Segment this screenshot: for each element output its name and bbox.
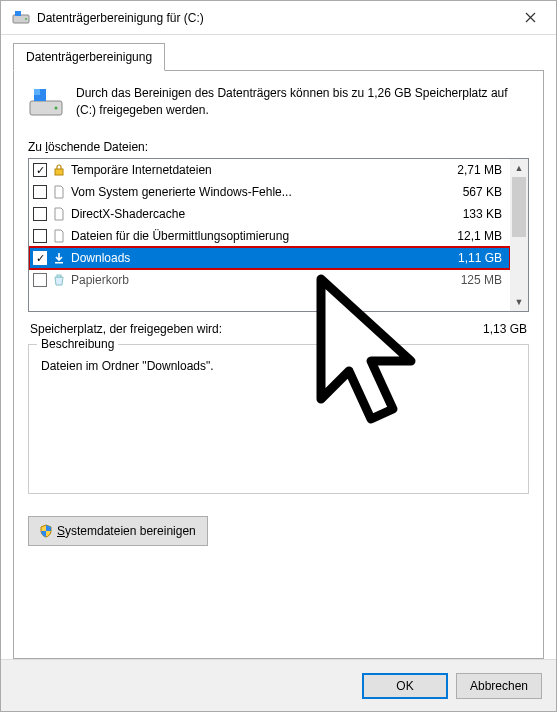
info-row: Durch das Bereinigen des Datenträgers kö… bbox=[28, 85, 529, 124]
svg-rect-5 bbox=[34, 89, 40, 95]
scroll-thumb[interactable] bbox=[512, 177, 526, 237]
list-item-label: Papierkorb bbox=[71, 273, 440, 287]
list-item-size: 2,71 MB bbox=[440, 163, 508, 177]
freed-space-row: Speicherplatz, der freigegeben wird: 1,1… bbox=[30, 322, 527, 336]
scroll-down-button[interactable]: ▼ bbox=[510, 293, 528, 311]
svg-rect-9 bbox=[57, 275, 61, 277]
file-list[interactable]: ✓ Temporäre Internetdateien 2,71 MB Vom … bbox=[28, 158, 529, 312]
description-group: Beschreibung Dateien im Ordner "Download… bbox=[28, 344, 529, 494]
ok-button[interactable]: OK bbox=[362, 673, 448, 699]
dialog-footer: OK Abbrechen bbox=[1, 659, 556, 711]
scroll-track[interactable] bbox=[510, 237, 528, 293]
file-icon bbox=[51, 184, 67, 200]
disk-cleanup-dialog: Datenträgerbereinigung für (C:) Datenträ… bbox=[0, 0, 557, 712]
list-item-label: Temporäre Internetdateien bbox=[71, 163, 440, 177]
close-button[interactable] bbox=[508, 3, 552, 33]
recycle-bin-icon bbox=[51, 272, 67, 288]
svg-rect-7 bbox=[55, 169, 63, 175]
list-item-size: 12,1 MB bbox=[440, 229, 508, 243]
shield-icon bbox=[39, 524, 53, 538]
sysfiles-row: Systemdateien bereinigen bbox=[28, 516, 529, 546]
list-item[interactable]: ✓ Temporäre Internetdateien 2,71 MB bbox=[29, 159, 510, 181]
tab-strip: Datenträgerbereinigung bbox=[13, 43, 544, 71]
file-icon bbox=[51, 228, 67, 244]
checkbox[interactable]: ✓ bbox=[33, 163, 47, 177]
cancel-button[interactable]: Abbrechen bbox=[456, 673, 542, 699]
checkbox[interactable]: ✓ bbox=[33, 251, 47, 265]
list-item[interactable]: DirectX-Shadercache 133 KB bbox=[29, 203, 510, 225]
scrollbar[interactable]: ▲ ▼ bbox=[510, 159, 528, 311]
list-item-size: 1,11 GB bbox=[440, 251, 508, 265]
tab-disk-cleanup[interactable]: Datenträgerbereinigung bbox=[13, 43, 165, 71]
clean-system-files-button[interactable]: Systemdateien bereinigen bbox=[28, 516, 208, 546]
freed-space-value: 1,13 GB bbox=[483, 322, 527, 336]
list-item-label: Vom System generierte Windows-Fehle... bbox=[71, 185, 440, 199]
svg-point-2 bbox=[25, 18, 27, 20]
svg-rect-1 bbox=[15, 11, 21, 16]
svg-point-6 bbox=[55, 107, 58, 110]
drive-large-icon bbox=[28, 85, 64, 124]
list-item-size: 133 KB bbox=[440, 207, 508, 221]
list-item-size: 567 KB bbox=[440, 185, 508, 199]
svg-rect-8 bbox=[55, 262, 63, 264]
checkbox[interactable] bbox=[33, 229, 47, 243]
content-area: Datenträgerbereinigung Durch das Bereini… bbox=[1, 35, 556, 659]
drive-icon bbox=[11, 8, 31, 28]
description-legend: Beschreibung bbox=[37, 337, 118, 351]
tab-panel: Durch das Bereinigen des Datenträgers kö… bbox=[13, 70, 544, 659]
list-item-label: DirectX-Shadercache bbox=[71, 207, 440, 221]
checkbox[interactable] bbox=[33, 185, 47, 199]
freed-space-label: Speicherplatz, der freigegeben wird: bbox=[30, 322, 222, 336]
list-item[interactable]: Papierkorb 125 MB bbox=[29, 269, 510, 291]
close-icon bbox=[525, 12, 536, 23]
titlebar[interactable]: Datenträgerbereinigung für (C:) bbox=[1, 1, 556, 35]
list-item[interactable]: Dateien für die Übermittlungsoptimierung… bbox=[29, 225, 510, 247]
info-text: Durch das Bereinigen des Datenträgers kö… bbox=[76, 85, 529, 119]
window-title: Datenträgerbereinigung für (C:) bbox=[37, 11, 508, 25]
list-item-downloads[interactable]: ✓ Downloads 1,11 GB bbox=[29, 247, 510, 269]
list-item-label: Downloads bbox=[71, 251, 440, 265]
description-text: Dateien im Ordner "Downloads". bbox=[41, 359, 516, 373]
lock-icon bbox=[51, 162, 67, 178]
file-icon bbox=[51, 206, 67, 222]
download-icon bbox=[51, 250, 67, 266]
list-item-label: Dateien für die Übermittlungsoptimierung bbox=[71, 229, 440, 243]
scroll-up-button[interactable]: ▲ bbox=[510, 159, 528, 177]
list-item[interactable]: Vom System generierte Windows-Fehle... 5… bbox=[29, 181, 510, 203]
file-list-inner: ✓ Temporäre Internetdateien 2,71 MB Vom … bbox=[29, 159, 510, 311]
clean-system-files-label: Systemdateien bereinigen bbox=[57, 524, 196, 538]
checkbox[interactable] bbox=[33, 207, 47, 221]
files-to-delete-label: Zu löschende Dateien: bbox=[28, 140, 529, 154]
list-item-size: 125 MB bbox=[440, 273, 508, 287]
checkbox[interactable] bbox=[33, 273, 47, 287]
